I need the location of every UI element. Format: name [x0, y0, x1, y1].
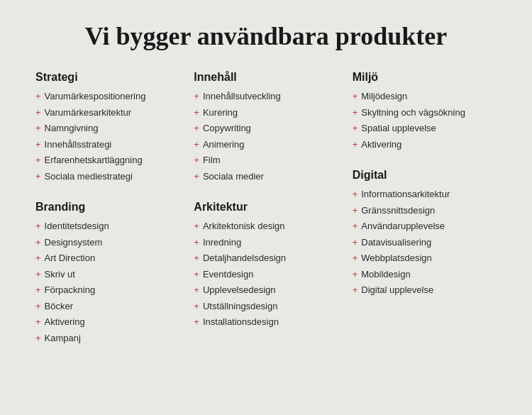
page: Vi bygger användbara produkter Strategi+…	[0, 0, 532, 415]
item-label: Kurering	[203, 106, 238, 120]
list-item: +Aktivering	[353, 138, 497, 152]
page-title: Vi bygger användbara produkter	[35, 21, 497, 51]
item-label: Spatial upplevelse	[361, 121, 436, 135]
item-label: Animering	[203, 138, 245, 152]
plus-icon: +	[194, 253, 199, 263]
item-label: Förpackning	[45, 283, 96, 297]
column-3: Miljö+Miljödesign+Skyltning och vägsökni…	[353, 71, 497, 363]
plus-icon: +	[35, 253, 41, 263]
plus-icon: +	[194, 171, 199, 182]
list-item: +Webbplatsdesign	[353, 251, 497, 265]
item-label: Aktivering	[361, 138, 401, 152]
item-label: Upplevelsedesign	[203, 283, 276, 297]
item-label: Informationsarkitektur	[361, 187, 450, 201]
plus-icon: +	[194, 139, 199, 150]
column-2: Innehåll+Innehållsutveckling+Kurering+Co…	[194, 71, 338, 363]
list-item: +Varumärkesarkitektur	[35, 106, 179, 120]
list-item: +Animering	[194, 138, 338, 152]
list-item: +Informationsarkitektur	[353, 187, 497, 201]
item-label: Eventdesign	[203, 267, 254, 282]
list-item: +Förpackning	[35, 283, 179, 297]
list-item: +Datavisualisering	[353, 236, 497, 250]
item-label: Skriv ut	[45, 267, 75, 282]
plus-icon: +	[353, 221, 358, 231]
item-label: Skyltning och vägsökning	[361, 106, 465, 120]
item-label: Kampanj	[45, 331, 81, 345]
plus-icon: +	[353, 253, 358, 263]
plus-icon: +	[353, 269, 358, 280]
section-title-innehåll: Innehåll	[194, 71, 338, 84]
section-miljö: Miljö+Miljödesign+Skyltning och vägsökni…	[353, 71, 497, 153]
item-label: Sociala medier	[203, 170, 264, 184]
section-title-arkitektur: Arkitektur	[194, 201, 338, 214]
list-item: +Böcker	[35, 299, 179, 314]
plus-icon: +	[353, 205, 358, 216]
plus-icon: +	[353, 139, 358, 150]
item-label: Sociala mediestrategi	[45, 170, 133, 184]
list-item: +Eventdesign	[194, 267, 338, 282]
item-label: Böcker	[45, 299, 73, 314]
column-1: Strategi+Varumärkespositionering+Varumär…	[35, 71, 179, 363]
section-title-branding: Branding	[35, 201, 179, 214]
item-label: Innehållsstrategi	[45, 138, 112, 152]
item-label: Copywriting	[203, 121, 251, 135]
list-item: +Namngivning	[35, 121, 179, 135]
plus-icon: +	[353, 189, 358, 199]
item-label: Film	[203, 153, 221, 167]
item-label: Namngivning	[45, 121, 99, 135]
plus-icon: +	[35, 91, 41, 101]
plus-icon: +	[35, 333, 41, 343]
plus-icon: +	[35, 171, 41, 182]
list-item: +Gränssnittsdesign	[353, 204, 497, 218]
item-label: Arkitektonisk design	[203, 219, 285, 233]
section-digital: Digital+Informationsarkitektur+Gränssnit…	[353, 169, 497, 299]
section-title-strategi: Strategi	[35, 71, 179, 84]
list-item: +Kampanj	[35, 331, 179, 345]
list-item: +Arkitektonisk design	[194, 219, 338, 233]
plus-icon: +	[194, 284, 199, 295]
section-arkitektur: Arkitektur+Arkitektonisk design+Inrednin…	[194, 201, 338, 331]
list-item: +Digital upplevelse	[353, 283, 497, 297]
plus-icon: +	[35, 221, 41, 231]
list-item: +Miljödesign	[353, 89, 497, 104]
content-grid: Strategi+Varumärkespositionering+Varumär…	[35, 71, 497, 363]
list-item: +Varumärkespositionering	[35, 89, 179, 104]
item-label: Installationsdesign	[203, 315, 279, 329]
item-label: Innehållsutveckling	[203, 89, 281, 104]
list-item: +Inredning	[194, 236, 338, 250]
plus-icon: +	[35, 123, 41, 133]
item-label: Datavisualisering	[361, 236, 431, 250]
plus-icon: +	[35, 139, 41, 150]
plus-icon: +	[194, 107, 199, 118]
list-item: +Copywriting	[194, 121, 338, 135]
list-item: +Detaljhandelsdesign	[194, 251, 338, 265]
list-item: +Sociala medier	[194, 170, 338, 184]
item-label: Art Direction	[45, 251, 96, 265]
list-item: +Installationsdesign	[194, 315, 338, 329]
section-title-digital: Digital	[353, 169, 497, 182]
plus-icon: +	[35, 107, 41, 118]
section-strategi: Strategi+Varumärkespositionering+Varumär…	[35, 71, 179, 185]
list-item: +Art Direction	[35, 251, 179, 265]
list-item: +Upplevelsedesign	[194, 283, 338, 297]
item-label: Utställningsdesign	[203, 299, 278, 314]
list-item: +Användarupplevelse	[353, 219, 497, 233]
list-item: +Skriv ut	[35, 267, 179, 282]
list-item: +Utställningsdesign	[194, 299, 338, 314]
section-branding: Branding+Identitetsdesign+Designsystem+A…	[35, 201, 179, 347]
list-item: +Kurering	[194, 106, 338, 120]
item-label: Detaljhandelsdesign	[203, 251, 286, 265]
list-item: +Film	[194, 153, 338, 167]
item-label: Varumärkespositionering	[45, 89, 146, 104]
list-item: +Innehållsutveckling	[194, 89, 338, 104]
item-label: Digital upplevelse	[361, 283, 433, 297]
plus-icon: +	[35, 284, 41, 295]
list-item: +Spatial upplevelse	[353, 121, 497, 135]
item-label: Webbplatsdesign	[361, 251, 432, 265]
list-item: +Identitetsdesign	[35, 219, 179, 233]
item-label: Gränssnittsdesign	[361, 204, 435, 218]
plus-icon: +	[353, 123, 358, 133]
section-title-miljö: Miljö	[353, 71, 497, 84]
plus-icon: +	[35, 269, 41, 280]
item-label: Erfarenhetskartläggning	[45, 153, 143, 167]
